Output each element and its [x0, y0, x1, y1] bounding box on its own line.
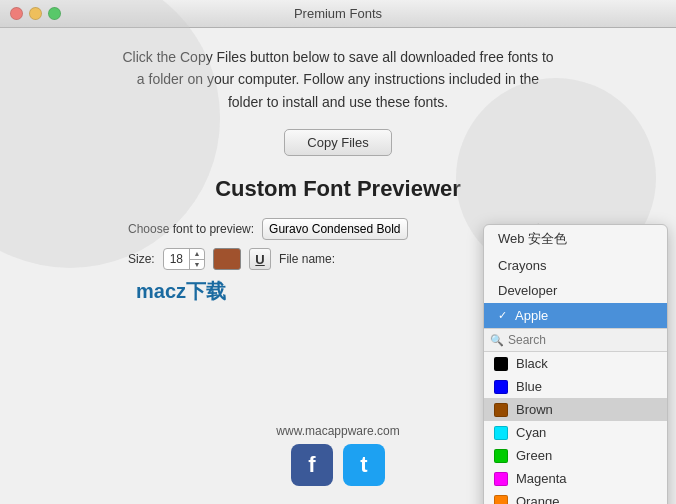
size-value: 18 [164, 252, 189, 266]
main-content: Click the Copy Files button below to sav… [0, 28, 676, 504]
description-text: Click the Copy Files button below to sav… [118, 46, 558, 113]
dropdown-section-web: Web 安全色 Crayons Developer ✓ Apple [484, 225, 667, 329]
font-select-wrapper: Guravo Condensed Bold [262, 218, 520, 240]
color-row-cyan[interactable]: Cyan [484, 421, 667, 444]
minimize-button[interactable] [29, 7, 42, 20]
color-dot-brown [494, 403, 508, 417]
maximize-button[interactable] [48, 7, 61, 20]
filename-label: File name: [279, 252, 335, 266]
preview-text: macz下载 [136, 280, 226, 302]
size-down-arrow[interactable]: ▼ [190, 260, 204, 271]
section-title: Custom Font Previewer [215, 176, 461, 202]
dropdown-item-apple[interactable]: ✓ Apple [484, 303, 667, 328]
size-stepper: 18 ▲ ▼ [163, 248, 205, 270]
color-dot-magenta [494, 472, 508, 486]
color-row-brown[interactable]: Brown [484, 398, 667, 421]
font-label: Choose font to preview: [128, 222, 254, 236]
color-row-magenta[interactable]: Magenta [484, 467, 667, 490]
underline-button[interactable]: U [249, 248, 271, 270]
color-swatch[interactable] [213, 248, 241, 270]
check-mark: ✓ [498, 309, 507, 322]
color-dot-blue [494, 380, 508, 394]
color-row-blue[interactable]: Blue [484, 375, 667, 398]
copy-files-button[interactable]: Copy Files [284, 129, 391, 156]
size-label: Size: [128, 252, 155, 266]
search-box: 🔍 [484, 329, 667, 352]
window-buttons [10, 7, 61, 20]
font-select[interactable]: Guravo Condensed Bold [262, 218, 408, 240]
twitter-button[interactable]: t [343, 444, 385, 486]
color-dot-cyan [494, 426, 508, 440]
footer-url: www.macappware.com [276, 424, 399, 438]
close-button[interactable] [10, 7, 23, 20]
window-title: Premium Fonts [294, 6, 382, 21]
color-row-green[interactable]: Green [484, 444, 667, 467]
color-row-orange[interactable]: Orange [484, 490, 667, 504]
search-icon: 🔍 [490, 334, 504, 347]
footer: www.macappware.com f t [276, 424, 399, 494]
color-row-black[interactable]: Black [484, 352, 667, 375]
dropdown-item-developer[interactable]: Developer [484, 278, 667, 303]
size-arrows: ▲ ▼ [189, 248, 204, 270]
color-list: Black Blue Brown Cyan Green Magenta [484, 352, 667, 504]
color-dot-black [494, 357, 508, 371]
social-icons: f t [291, 444, 385, 486]
facebook-button[interactable]: f [291, 444, 333, 486]
dropdown-item-crayons[interactable]: Crayons [484, 253, 667, 278]
search-input[interactable] [508, 333, 661, 347]
dropdown-item-web-safe[interactable]: Web 安全色 [484, 225, 667, 253]
color-dot-green [494, 449, 508, 463]
color-picker-dropdown: Web 安全色 Crayons Developer ✓ Apple 🔍 Blac… [483, 224, 668, 504]
title-bar: Premium Fonts [0, 0, 676, 28]
color-dot-orange [494, 495, 508, 505]
size-up-arrow[interactable]: ▲ [190, 248, 204, 260]
